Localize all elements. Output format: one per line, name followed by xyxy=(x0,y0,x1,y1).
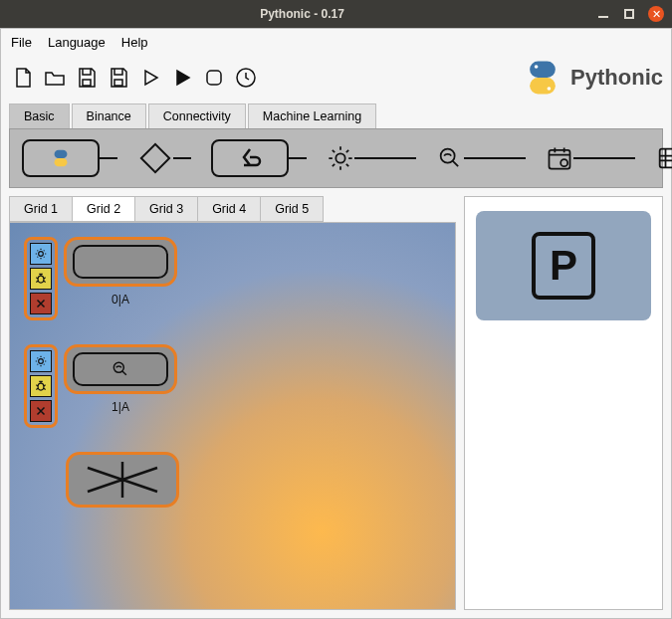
node-side-buttons xyxy=(24,237,58,320)
palette-gear-block[interactable] xyxy=(327,144,416,172)
grid-area: Grid 1 Grid 2 Grid 3 Grid 4 Grid 5 xyxy=(9,196,456,610)
tab-basic[interactable]: Basic xyxy=(9,103,70,128)
palette-branch-block[interactable] xyxy=(137,140,191,176)
minimize-icon[interactable] xyxy=(596,7,610,21)
menu-file[interactable]: File xyxy=(11,35,32,50)
grid-tab-4[interactable]: Grid 4 xyxy=(197,196,261,222)
grid-canvas[interactable]: 0|A xyxy=(9,222,456,610)
svg-point-17 xyxy=(38,383,44,390)
node-debug-button[interactable] xyxy=(30,375,52,397)
new-file-icon[interactable] xyxy=(9,64,37,92)
palette-schedule-block[interactable] xyxy=(546,144,635,172)
stack-icon xyxy=(655,144,672,172)
app-window: File Language Help xyxy=(0,28,672,619)
svg-rect-0 xyxy=(207,71,221,85)
node-label: 1|A xyxy=(112,400,129,414)
calendar-icon xyxy=(546,144,573,172)
palette-return-block[interactable] xyxy=(211,139,307,177)
return-arrow-icon xyxy=(236,147,264,169)
node-debug-button[interactable] xyxy=(30,268,52,290)
svg-point-14 xyxy=(39,252,44,257)
gear-icon xyxy=(34,354,48,368)
svg-rect-6 xyxy=(55,150,68,158)
node-side-buttons xyxy=(24,344,58,428)
svg-rect-7 xyxy=(55,158,68,166)
svg-point-16 xyxy=(39,359,44,364)
node-config-button[interactable] xyxy=(30,350,52,372)
inspect-icon xyxy=(436,144,464,172)
close-icon[interactable]: ✕ xyxy=(648,6,664,22)
svg-point-5 xyxy=(548,87,552,91)
menu-language[interactable]: Language xyxy=(48,35,106,50)
stop-icon[interactable] xyxy=(200,64,228,92)
grid-tabs: Grid 1 Grid 2 Grid 3 Grid 4 Grid 5 xyxy=(9,196,456,222)
bug-icon xyxy=(34,379,48,393)
python-icon xyxy=(521,56,564,100)
menu-help[interactable]: Help xyxy=(121,35,148,50)
preview-box[interactable]: P xyxy=(476,211,651,320)
content-area: Grid 1 Grid 2 Grid 3 Grid 4 Grid 5 xyxy=(1,188,671,618)
tab-binance[interactable]: Binance xyxy=(72,103,146,128)
element-palette xyxy=(9,128,663,188)
svg-rect-8 xyxy=(141,144,169,172)
gear-icon xyxy=(327,144,354,172)
menubar: File Language Help xyxy=(1,29,671,56)
run-filled-icon[interactable] xyxy=(168,64,196,92)
window-controls: ✕ xyxy=(596,6,664,22)
inspect-icon xyxy=(109,359,132,379)
schedule-icon[interactable] xyxy=(232,64,260,92)
palette-python-block[interactable] xyxy=(22,139,117,177)
svg-point-15 xyxy=(38,276,44,283)
tab-machine-learning[interactable]: Machine Learning xyxy=(248,103,376,128)
svg-point-9 xyxy=(336,153,344,162)
save-icon[interactable] xyxy=(73,64,101,92)
node-row-1: 1|A xyxy=(24,344,441,428)
node-delete-button[interactable] xyxy=(30,400,52,422)
main-toolbar xyxy=(9,64,260,92)
palette-inspect-block[interactable] xyxy=(436,144,526,172)
bug-icon xyxy=(34,272,48,286)
open-folder-icon[interactable] xyxy=(41,64,69,92)
save-as-icon[interactable] xyxy=(105,64,132,92)
palette-stack-block[interactable] xyxy=(655,144,672,172)
grid-tab-1[interactable]: Grid 1 xyxy=(9,196,73,222)
python-icon xyxy=(50,147,72,169)
node-placeholder[interactable] xyxy=(66,452,179,508)
diamond-icon xyxy=(137,140,173,176)
node-row-0: 0|A xyxy=(24,237,441,320)
side-panel: P xyxy=(464,196,663,610)
grid-tab-2[interactable]: Grid 2 xyxy=(72,196,135,222)
node-label: 0|A xyxy=(112,293,129,307)
titlebar: Pythonic - 0.17 ✕ xyxy=(0,0,672,28)
x-icon xyxy=(35,405,47,417)
tab-connectivity[interactable]: Connectivity xyxy=(148,103,246,128)
gear-icon xyxy=(34,247,48,261)
category-tabs: Basic Binance Connectivity Machine Learn… xyxy=(1,103,671,128)
preview-glyph: P xyxy=(532,232,595,300)
node-1[interactable]: 1|A xyxy=(64,344,177,414)
svg-point-4 xyxy=(535,65,539,69)
window-title: Pythonic - 0.17 xyxy=(8,7,596,21)
run-outline-icon[interactable] xyxy=(136,64,164,92)
grid-tab-5[interactable]: Grid 5 xyxy=(260,196,324,222)
node-0[interactable]: 0|A xyxy=(64,237,177,307)
toolbar-row: Pythonic xyxy=(1,56,671,103)
svg-point-12 xyxy=(560,159,567,166)
x-icon xyxy=(35,298,47,310)
maximize-icon[interactable] xyxy=(622,7,636,21)
node-config-button[interactable] xyxy=(30,243,52,265)
svg-rect-2 xyxy=(530,62,556,79)
brand-logo: Pythonic xyxy=(521,56,663,100)
brand-text: Pythonic xyxy=(570,65,663,91)
placeholder-cross-icon xyxy=(78,460,167,500)
svg-rect-3 xyxy=(530,78,556,95)
node-delete-button[interactable] xyxy=(30,293,52,314)
grid-tab-3[interactable]: Grid 3 xyxy=(134,196,198,222)
